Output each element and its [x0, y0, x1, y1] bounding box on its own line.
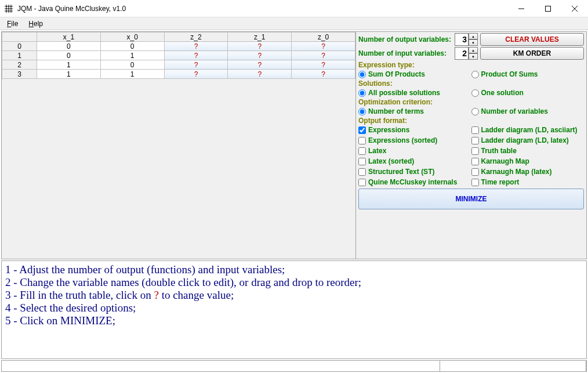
close-window-button[interactable] — [561, 0, 588, 17]
input-cell[interactable]: 0 — [37, 51, 101, 60]
outfmt-label[interactable]: Karnaugh Map (latex) — [481, 168, 552, 176]
outfmt-label[interactable]: Time report — [481, 178, 520, 186]
outfmt-label[interactable]: Latex — [368, 147, 386, 155]
menu-help-rest: elp — [34, 20, 43, 28]
window-title: JQM - Java Quine McCluskey, v1.0 — [17, 5, 508, 13]
invar-label: Number of input variables: — [358, 49, 452, 57]
outfmt-label[interactable]: Latex (sorted) — [368, 157, 414, 165]
outvar-label: Number of output variables: — [358, 35, 452, 44]
radio-allsol[interactable] — [358, 89, 366, 97]
radio-nvars-label[interactable]: Number of variables — [481, 107, 548, 115]
outfmt-checkbox[interactable] — [358, 158, 366, 165]
table-row: 210??? — [2, 60, 355, 70]
table-row: 101??? — [2, 51, 355, 60]
main-area: x_1 x_0 z_2 z_1 z_0 000???101???210???31… — [0, 30, 588, 373]
radio-onesol[interactable] — [471, 89, 479, 97]
output-cell[interactable]: ? — [292, 60, 355, 70]
radio-nvars[interactable] — [471, 108, 479, 115]
menu-help[interactable]: Help — [24, 19, 48, 29]
outfmt-label[interactable]: Structured Text (ST) — [368, 168, 434, 176]
table-header-row: x_1 x_0 z_2 z_1 z_0 — [2, 32, 355, 42]
outfmt-label[interactable]: Expressions — [368, 126, 409, 134]
output-cell[interactable]: ? — [292, 70, 355, 79]
question-mark: ? — [154, 289, 158, 301]
outfmt-checkbox[interactable] — [471, 126, 479, 134]
outfmt-checkbox[interactable] — [358, 179, 366, 186]
output-cell[interactable]: ? — [228, 70, 292, 79]
outfmt-label[interactable]: Quine McCluskey internals — [368, 178, 457, 186]
instruction-line: 5 - Click on MINIMIZE; — [5, 314, 583, 327]
outfmt-checkbox[interactable] — [471, 168, 479, 176]
output-cell[interactable]: ? — [164, 60, 228, 70]
truth-table: x_1 x_0 z_2 z_1 z_0 000???101???210???31… — [2, 32, 355, 79]
input-cell[interactable]: 0 — [37, 42, 101, 51]
outfmt-checkbox[interactable] — [358, 147, 366, 155]
outfmt-label[interactable]: Karnaugh Map — [481, 157, 529, 165]
radio-onesol-label[interactable]: One solution — [481, 89, 524, 97]
row-header: 2 — [2, 60, 37, 70]
outfmt-checkbox[interactable] — [358, 168, 366, 176]
invar-down[interactable]: ▼ — [469, 53, 478, 60]
col-header[interactable]: x_0 — [100, 32, 164, 42]
radio-pos-label[interactable]: Product Of Sums — [481, 70, 538, 78]
outfmt-label[interactable]: Expressions (sorted) — [368, 136, 437, 144]
col-header[interactable]: z_2 — [164, 32, 228, 42]
outfmt-checkbox[interactable] — [471, 158, 479, 165]
output-cell[interactable]: ? — [228, 60, 292, 70]
app-icon — [0, 5, 17, 13]
row-header: 0 — [2, 42, 37, 51]
output-cell[interactable]: ? — [164, 51, 228, 60]
minimize-window-button[interactable] — [508, 0, 535, 17]
minimize-button[interactable]: MINIMIZE — [358, 189, 584, 209]
input-cell[interactable]: 1 — [100, 51, 164, 60]
outfmt-checkbox[interactable] — [471, 147, 479, 155]
input-cell[interactable]: 1 — [100, 70, 164, 79]
table-row: 311??? — [2, 70, 355, 79]
radio-sop-label[interactable]: Sum Of Products — [368, 70, 425, 78]
status-cell — [2, 361, 440, 371]
km-order-button[interactable]: KM ORDER — [480, 47, 584, 60]
outfmt-label[interactable]: Truth table — [481, 147, 517, 155]
outvar-up[interactable]: ▲ — [469, 33, 478, 39]
output-cell[interactable]: ? — [292, 51, 355, 60]
input-cell[interactable]: 1 — [37, 60, 101, 70]
radio-allsol-label[interactable]: All possible solutions — [368, 89, 440, 97]
input-cell[interactable]: 1 — [37, 70, 101, 79]
input-cell[interactable]: 0 — [100, 60, 164, 70]
exprtype-label: Expression type: — [358, 61, 584, 69]
outvar-input[interactable] — [455, 33, 469, 46]
menu-file-rest: ile — [11, 20, 18, 28]
invar-up[interactable]: ▲ — [469, 47, 478, 53]
radio-nterms[interactable] — [358, 108, 366, 115]
row-header: 1 — [2, 51, 37, 60]
invar-spinner: ▲▼ — [455, 47, 478, 60]
col-header[interactable]: z_1 — [228, 32, 292, 42]
col-header[interactable]: z_0 — [292, 32, 355, 42]
menu-file[interactable]: File — [2, 19, 23, 29]
statusbar — [1, 360, 587, 372]
outfmt-checkbox[interactable] — [471, 137, 479, 144]
radio-pos[interactable] — [471, 71, 479, 78]
output-cell[interactable]: ? — [228, 51, 292, 60]
invar-input[interactable] — [455, 47, 469, 60]
radio-sop[interactable] — [358, 71, 366, 78]
output-cell[interactable]: ? — [164, 70, 228, 79]
output-cell[interactable]: ? — [164, 42, 228, 51]
outfmt-label[interactable]: Ladder diagram (LD, latex) — [481, 136, 569, 144]
status-cell — [440, 361, 587, 371]
table-empty-area — [2, 79, 355, 259]
outfmt-checkbox[interactable] — [358, 137, 366, 144]
output-cell[interactable]: ? — [228, 42, 292, 51]
output-cell[interactable]: ? — [292, 42, 355, 51]
outfmt-checkbox[interactable] — [471, 179, 479, 186]
input-cell[interactable]: 0 — [100, 42, 164, 51]
titlebar: JQM - Java Quine McCluskey, v1.0 — [0, 0, 588, 17]
radio-nterms-label[interactable]: Number of terms — [368, 107, 424, 115]
outfmt-label[interactable]: Ladder diagram (LD, asciiart) — [481, 126, 578, 134]
clear-values-button[interactable]: CLEAR VALUES — [480, 33, 584, 46]
maximize-window-button[interactable] — [535, 0, 561, 17]
outfmt-checkbox[interactable] — [358, 126, 366, 134]
outvar-down[interactable]: ▼ — [469, 39, 478, 46]
instruction-line: 3 - Fill in the truth table, click on ? … — [5, 289, 583, 302]
col-header[interactable]: x_1 — [37, 32, 101, 42]
